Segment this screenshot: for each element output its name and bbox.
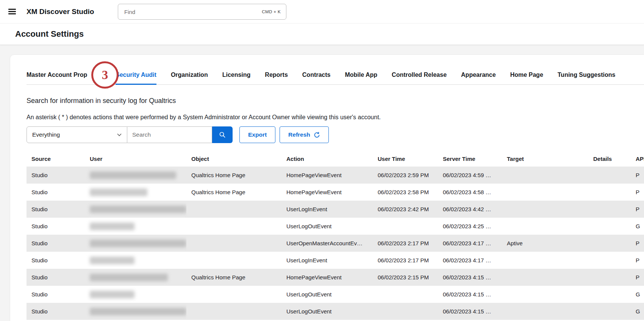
tab-bar: Master Account Prop Security Audit Organ…	[27, 72, 644, 85]
table-row: StudioUserLogOutEvent06/02/2023 4:15 …G	[27, 286, 644, 303]
cell-api: P	[631, 252, 644, 269]
redacted-user-blur	[90, 240, 186, 247]
section-heading: Search for information in security log f…	[27, 97, 644, 105]
tab-mobile-app[interactable]: Mobile App	[345, 72, 377, 84]
cell-user-time: 06/02/2023 2:17 PM	[373, 235, 438, 252]
page-title: Account Settings	[15, 29, 84, 39]
screen: XM Discover Studio CMD + K Account Setti…	[0, 0, 644, 321]
cell-details	[588, 303, 631, 320]
cell-user-time: 06/02/2023 2:15 PM	[373, 269, 438, 286]
redacted-user-blur	[90, 171, 176, 179]
search-button[interactable]	[212, 126, 233, 143]
cell-target	[502, 286, 588, 303]
security-log-table: Source User Object Action User Time Serv…	[27, 151, 644, 320]
cell-details	[588, 235, 631, 252]
cell-target	[502, 201, 588, 218]
cell-server-time: 06/02/2023 4:15 …	[438, 303, 502, 320]
cell-user-time: 06/02/2023 2:17 PM	[373, 252, 438, 269]
tab-master-account-properties[interactable]: Master Account Prop	[27, 72, 101, 84]
refresh-icon	[314, 132, 320, 138]
redacted-user-cell	[85, 218, 186, 235]
cell-target	[502, 269, 588, 286]
cell-source: Studio	[27, 303, 85, 320]
cell-details	[588, 201, 631, 218]
cell-action: UserLogInEvent	[281, 201, 373, 218]
tab-tuning-suggestions[interactable]: Tuning Suggestions	[558, 72, 616, 84]
col-header-user: User	[85, 151, 186, 167]
tab-reports[interactable]: Reports	[265, 72, 288, 84]
cell-api: P	[631, 269, 644, 286]
refresh-button-label: Refresh	[288, 131, 310, 138]
table-header-row: Source User Object Action User Time Serv…	[27, 151, 644, 167]
tab-organization[interactable]: Organization	[171, 72, 208, 84]
tab-security-audit[interactable]: Security Audit	[116, 72, 156, 84]
tab-licensing[interactable]: Licensing	[222, 72, 251, 84]
redacted-user-cell	[85, 252, 186, 269]
col-header-target: Target	[502, 151, 588, 167]
cell-action: HomePageViewEvent	[281, 167, 373, 184]
table-row: StudioQualtrics Home PageHomePageViewEve…	[27, 167, 644, 184]
cell-action: UserLogOutEvent	[281, 286, 373, 303]
page-header: Account Settings	[0, 23, 644, 45]
export-button[interactable]: Export	[239, 126, 275, 143]
redacted-user-cell	[85, 184, 186, 201]
redacted-user-cell	[85, 303, 186, 320]
cell-source: Studio	[27, 286, 85, 303]
cell-api: P	[631, 235, 644, 252]
table-row: StudioUserLogOutEvent06/02/2023 4:15 …G	[27, 303, 644, 320]
cell-object	[186, 286, 281, 303]
cell-target	[502, 303, 588, 320]
export-button-label: Export	[248, 131, 267, 138]
search-input[interactable]	[127, 126, 212, 143]
redacted-user-blur	[90, 189, 147, 196]
search-controls: Everything Export Refresh	[27, 126, 644, 143]
cell-user-time: 06/02/2023 2:58 PM	[373, 184, 438, 201]
tab-controlled-release[interactable]: Controlled Release	[392, 72, 447, 84]
find-shortcut-hint: CMD + K	[262, 9, 281, 14]
cell-action: UserLogOutEvent	[281, 303, 373, 320]
table-row: StudioUserLogOutEvent06/02/2023 4:25 …G	[27, 218, 644, 235]
cell-object	[186, 303, 281, 320]
cell-details	[588, 269, 631, 286]
table-row: StudioQualtrics Home PageHomePageViewEve…	[27, 269, 644, 286]
cell-api: G	[631, 303, 644, 320]
find-search-box[interactable]: CMD + K	[118, 4, 286, 20]
refresh-button[interactable]: Refresh	[280, 126, 329, 143]
cell-user-time: 06/02/2023 2:42 PM	[373, 201, 438, 218]
cell-target	[502, 167, 588, 184]
tab-appearance[interactable]: Appearance	[461, 72, 496, 84]
redacted-user-cell	[85, 201, 186, 218]
redacted-user-blur	[90, 257, 134, 264]
cell-target: Aptive	[502, 235, 588, 252]
annotation-number: 3	[102, 68, 108, 82]
cell-server-time: 06/02/2023 4:59 …	[438, 167, 502, 184]
cell-target	[502, 252, 588, 269]
redacted-user-blur	[90, 206, 186, 213]
cell-details	[588, 167, 631, 184]
asterisk-note: An asterisk ( * ) denotes actions that w…	[27, 114, 644, 121]
col-header-details: Details	[588, 151, 631, 167]
cell-details	[588, 184, 631, 201]
cell-details	[588, 286, 631, 303]
col-header-user-time: User Time	[373, 151, 438, 167]
cell-object: Qualtrics Home Page	[186, 184, 281, 201]
cell-source: Studio	[27, 252, 85, 269]
hamburger-menu-icon[interactable]	[8, 8, 16, 16]
cell-user-time: 06/02/2023 2:59 PM	[373, 167, 438, 184]
cell-user-time	[373, 218, 438, 235]
redacted-user-cell	[85, 269, 186, 286]
cell-action: HomePageViewEvent	[281, 184, 373, 201]
cell-details	[588, 252, 631, 269]
cell-api: G	[631, 286, 644, 303]
top-bar: XM Discover Studio CMD + K	[0, 0, 644, 23]
table-row: StudioQualtrics Home PageHomePageViewEve…	[27, 184, 644, 201]
find-input[interactable]	[123, 8, 262, 16]
filter-selected-value: Everything	[32, 131, 60, 138]
redacted-user-cell	[85, 286, 186, 303]
filter-dropdown[interactable]: Everything	[27, 126, 127, 143]
tab-contracts[interactable]: Contracts	[302, 72, 331, 84]
redacted-user-blur	[90, 308, 186, 315]
cell-user-time	[373, 303, 438, 320]
tab-home-page[interactable]: Home Page	[510, 72, 543, 84]
cell-details	[588, 218, 631, 235]
